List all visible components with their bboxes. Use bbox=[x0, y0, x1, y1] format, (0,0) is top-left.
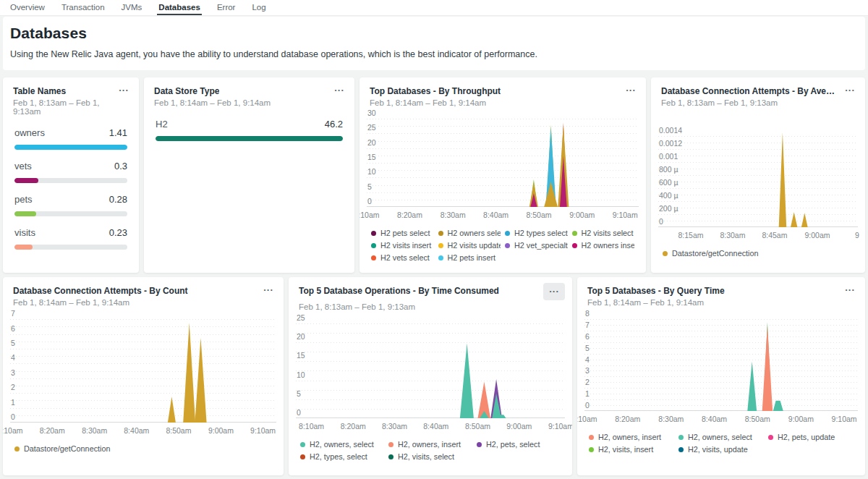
legend-item[interactable]: H2 visits update bbox=[438, 241, 501, 250]
legend-item[interactable]: H2, visits, insert bbox=[589, 445, 674, 454]
nav-tab-overview[interactable]: Overview bbox=[9, 0, 46, 15]
chart-series bbox=[779, 132, 787, 227]
bar-list: H2 46.2 bbox=[154, 119, 344, 141]
page-header: Databases Using the New Relic Java agent… bbox=[3, 17, 865, 70]
nav-tab-log[interactable]: Log bbox=[250, 0, 267, 15]
y-axis-label: 5 bbox=[585, 344, 590, 352]
legend-dot bbox=[589, 435, 594, 440]
x-axis-label: 8:20am bbox=[397, 211, 422, 219]
legend-item[interactable]: H2 pets select bbox=[371, 229, 434, 237]
panel-menu-button[interactable]: ... bbox=[842, 85, 858, 96]
bar-label: vets bbox=[14, 161, 32, 171]
y-axis-label: 5 bbox=[297, 389, 301, 398]
legend-label: Datastore/getConnection bbox=[24, 444, 110, 453]
legend-item[interactable]: H2, owners, select bbox=[678, 433, 764, 441]
legend-label: H2 owners select bbox=[448, 229, 501, 237]
y-axis-label: 0 bbox=[297, 408, 301, 417]
legend-label: H2 visits select bbox=[582, 229, 634, 237]
bar-fill bbox=[14, 178, 38, 183]
bar-label: H2 bbox=[156, 119, 168, 130]
panel-menu-button[interactable]: ... bbox=[623, 85, 639, 96]
nav-tab-jvms[interactable]: JVMs bbox=[120, 0, 144, 15]
y-axis-label: 8 bbox=[585, 309, 590, 318]
y-axis-label: 10 bbox=[297, 370, 305, 379]
x-axis-label: 8:30am bbox=[382, 422, 407, 431]
y-axis-label: 1 bbox=[585, 389, 590, 398]
legend-item[interactable]: H2 visits insert bbox=[371, 241, 434, 250]
legend-item[interactable]: H2, visits, update bbox=[678, 445, 764, 454]
legend-item[interactable]: H2, owners, insert bbox=[388, 440, 472, 449]
x-axis-label: 8:20am bbox=[341, 422, 366, 431]
area-chart[interactable]: 012345678 bbox=[584, 314, 858, 411]
legend-dot bbox=[572, 243, 577, 248]
legend-dot bbox=[371, 231, 376, 236]
legend-label: H2 visits update bbox=[448, 241, 501, 250]
x-axis-label: 8:20am bbox=[615, 415, 640, 423]
legend-item[interactable]: H2, visits, select bbox=[388, 452, 472, 461]
legend-item[interactable]: H2 pets insert bbox=[438, 253, 501, 262]
x-axis: 8:15am8:30am8:45am9:00am9 bbox=[658, 231, 858, 240]
bar-value: 1.41 bbox=[109, 127, 127, 138]
bar-list-item[interactable]: pets 0.28 bbox=[14, 194, 127, 216]
legend-item[interactable]: H2 owners select bbox=[438, 229, 501, 237]
nav-tab-transaction[interactable]: Transaction bbox=[60, 0, 106, 15]
legend-item[interactable]: Datastore/getConnection bbox=[663, 249, 854, 258]
y-axis-label: 2 bbox=[585, 378, 590, 386]
area-chart[interactable]: 0200 µ400 µ600 µ800 µ0.0010.00120.0014 bbox=[658, 127, 858, 227]
legend-item[interactable]: H2, owners, insert bbox=[589, 433, 674, 441]
bar-track bbox=[14, 211, 127, 216]
bar-list-item[interactable]: visits 0.23 bbox=[14, 227, 127, 250]
legend-item[interactable]: H2 vets select bbox=[371, 253, 434, 262]
x-axis-label: 8:50am bbox=[465, 422, 490, 431]
area-chart[interactable]: 01234567 bbox=[10, 314, 276, 423]
panel-data-store-type: Data Store Type ... Feb 1, 8:14am – Feb … bbox=[144, 77, 354, 273]
area-chart[interactable]: 0510152025 bbox=[296, 318, 565, 418]
legend-item[interactable]: H2, types, select bbox=[300, 452, 384, 461]
bar-fill bbox=[14, 211, 36, 216]
legend-item[interactable]: H2 visits select bbox=[572, 229, 635, 237]
nav-tab-error[interactable]: Error bbox=[216, 0, 237, 15]
nav-tab-databases[interactable]: Databases bbox=[157, 0, 202, 15]
legend-item[interactable]: H2 types select bbox=[505, 229, 568, 237]
panel-menu-button[interactable]: ... bbox=[842, 284, 858, 296]
panel-time-range: Feb 1, 8:14am – Feb 1, 9:14am bbox=[370, 98, 636, 107]
bar-track bbox=[14, 145, 127, 150]
chart-legend: Datastore/getConnection bbox=[658, 249, 858, 258]
bar-track bbox=[156, 136, 343, 141]
area-chart[interactable]: 051015202530 bbox=[367, 114, 639, 207]
panel-time-range: Feb 1, 8:14am – Feb 1, 9:14am bbox=[13, 298, 273, 307]
panel-menu-button[interactable]: ... bbox=[116, 85, 132, 96]
y-axis-label: 3 bbox=[11, 368, 15, 377]
legend-item[interactable]: H2 vet_specialti… bbox=[505, 241, 568, 250]
bar-list-item[interactable]: H2 46.2 bbox=[156, 119, 343, 141]
panel-menu-button[interactable]: ... bbox=[331, 85, 347, 96]
legend-item[interactable]: H2 owners insert bbox=[572, 241, 635, 250]
panel-title: Top 5 Database Operations - By Time Cons… bbox=[299, 286, 499, 296]
legend-item[interactable]: H2, pets, select bbox=[477, 440, 561, 449]
bar-list-item[interactable]: vets 0.3 bbox=[14, 161, 127, 183]
chart-legend: Datastore/getConnection bbox=[10, 444, 276, 453]
y-axis-label: 400 µ bbox=[659, 191, 678, 200]
bar-value: 0.28 bbox=[109, 194, 127, 205]
legend-item[interactable]: H2, owners, select bbox=[300, 440, 384, 449]
x-axis-label: 9:00am bbox=[804, 231, 830, 240]
legend-label: H2 vet_specialti… bbox=[514, 241, 568, 250]
legend-dot bbox=[505, 243, 510, 248]
legend-label: H2, visits, insert bbox=[598, 445, 653, 454]
panel-menu-button[interactable]: ... bbox=[543, 283, 565, 300]
y-axis-label: 0.0012 bbox=[659, 139, 682, 148]
panel-db-connection-attempts-by-count: Database Connection Attempts - By Count … bbox=[3, 277, 284, 475]
panel-menu-button[interactable]: ... bbox=[260, 284, 276, 296]
x-axis-label: 8:10am bbox=[577, 415, 597, 423]
chart-series bbox=[195, 338, 206, 423]
chart-legend: H2, owners, insertH2, owners, selectH2, … bbox=[584, 433, 858, 454]
bar-list-item[interactable]: owners 1.41 bbox=[14, 127, 127, 150]
x-axis-label: 8:10am bbox=[3, 426, 23, 435]
y-axis-label: 7 bbox=[11, 309, 15, 318]
chart-legend: H2 pets selectH2 owners selectH2 types s… bbox=[367, 229, 639, 262]
legend-dot bbox=[572, 231, 577, 236]
legend-label: H2, visits, select bbox=[398, 452, 454, 461]
legend-item[interactable]: Datastore/getConnection bbox=[14, 444, 272, 453]
x-axis-label: 9:10am bbox=[548, 422, 572, 431]
legend-item[interactable]: H2, pets, update bbox=[768, 433, 854, 441]
